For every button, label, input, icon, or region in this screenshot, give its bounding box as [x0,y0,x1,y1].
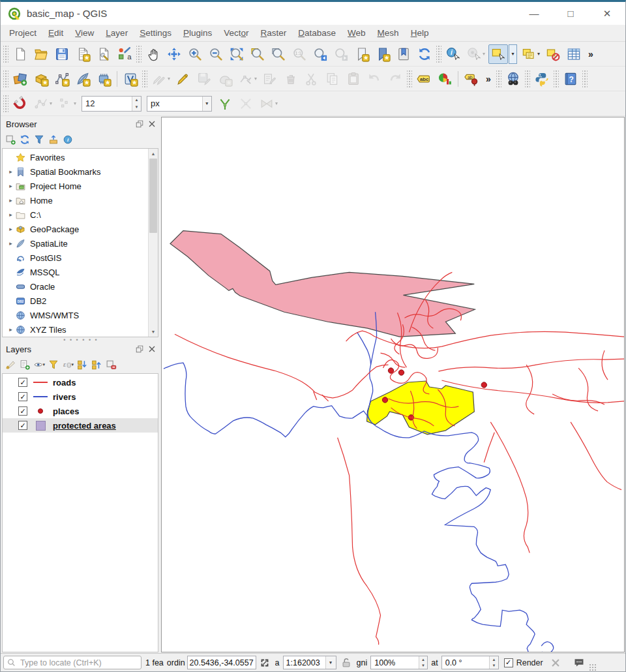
zoom-in-button[interactable] [185,44,205,64]
new-spatial-bookmark-button[interactable] [352,44,372,64]
zoom-out-button[interactable] [206,44,226,64]
magnifier-spinbox[interactable]: ▲▼ [370,656,428,669]
toolbar-drag-handle[interactable] [142,70,147,87]
map-canvas[interactable] [161,117,625,652]
toolbar-drag-handle[interactable] [3,46,8,63]
coordinate-input[interactable] [187,656,256,669]
snapping-tolerance-input[interactable] [82,97,132,111]
toolbar-overflow-button[interactable]: » [584,49,597,59]
menu-edit[interactable]: Edit [42,26,69,40]
expander-icon[interactable]: ▸ [7,211,15,218]
menu-layer[interactable]: Layer [100,26,134,40]
browser-item-home[interactable]: ▸Home [3,193,148,207]
menu-raster[interactable]: Raster [255,26,293,40]
show-bookmark-manager-button[interactable] [394,44,413,64]
layers-float-button[interactable] [134,344,145,354]
snapping-units-combo[interactable]: px▾ [147,96,212,112]
style-manager-button[interactable]: a [115,44,134,64]
browser-item-postgis[interactable]: PostGIS [3,251,148,265]
toolbar-drag-handle[interactable] [496,70,501,87]
new-geopackage-layer-button[interactable] [31,69,51,89]
browser-item-spatial-bookmarks[interactable]: ▸Spatial Bookmarks [3,164,148,179]
select-features-dropdown-button[interactable]: ▾ [509,44,517,64]
toolbar-drag-handle[interactable] [436,46,441,63]
toolbar-drag-handle[interactable] [136,46,142,63]
deselect-features-button[interactable] [543,44,563,64]
browser-scrollbar[interactable]: ▲ ▼ [148,149,158,337]
zoom-to-selection-button[interactable] [248,44,267,64]
browser-item-project-home[interactable]: ▸Project Home [3,179,148,193]
menu-project[interactable]: Project [3,26,42,40]
expander-icon[interactable]: ▸ [7,197,15,204]
filter-legend-expression-button[interactable]: ε▾ [61,358,75,372]
layer-item-protected-areas[interactable]: ✓protected areas [3,418,158,433]
menu-mesh[interactable]: Mesh [372,26,405,40]
pin-labels-button[interactable]: ab [462,69,481,89]
collapse-all-layers-button[interactable] [89,358,104,372]
messages-icon[interactable] [573,657,585,669]
select-features-by-value-button[interactable]: ▾ [519,44,542,64]
menu-vector[interactable]: Vector [218,26,254,40]
scale-input[interactable] [284,656,325,669]
layer-visibility-checkbox[interactable]: ✓ [18,378,27,387]
locator-bar[interactable] [3,656,142,669]
browser-item-db2[interactable]: DB2DB2 [3,294,148,308]
render-checkbox[interactable]: ✓ [504,658,513,667]
menu-web[interactable]: Web [342,26,372,40]
toolbar-drag-handle[interactable] [582,70,588,87]
scroll-up-icon[interactable]: ▲ [149,149,158,159]
expand-all-button[interactable] [75,358,89,372]
scale-dropdown-icon[interactable]: ▾ [325,656,336,669]
window-minimize-button[interactable]: — [516,2,552,25]
select-features-button[interactable] [488,44,508,64]
window-maximize-button[interactable]: □ [552,2,589,25]
extents-toggle-icon[interactable] [259,657,271,669]
layer-diagram-button[interactable] [435,69,455,89]
browser-item-geopackage[interactable]: ▸GeoPackage [3,222,148,236]
zoom-to-layer-button[interactable] [269,44,288,64]
enable-snapping-button[interactable] [10,94,30,114]
topological-editing-button[interactable] [215,94,235,114]
new-virtual-layer-button[interactable] [121,69,140,89]
magnifier-up-icon[interactable]: ▲ [419,656,427,663]
rotation-down-icon[interactable]: ▼ [490,663,498,669]
browser-item-oracle[interactable]: Oracle [3,279,148,294]
show-spatial-bookmarks-button[interactable] [373,44,393,64]
toolbar-drag-handle[interactable] [3,95,8,112]
scroll-down-icon[interactable]: ▼ [149,327,158,337]
lock-scale-icon[interactable] [340,657,352,669]
rotation-up-icon[interactable]: ▲ [490,656,498,663]
new-project-button[interactable] [10,44,30,64]
expander-icon[interactable]: ▸ [7,226,15,232]
spin-down-icon[interactable]: ▼ [132,104,141,111]
open-layer-styling-button[interactable] [3,358,18,372]
expander-icon[interactable]: ▸ [7,240,15,247]
toolbar-overflow-button[interactable]: » [482,74,495,84]
scroll-thumb[interactable] [149,159,157,233]
remove-layer-group-button[interactable] [104,358,118,372]
properties-widget-button[interactable]: i [61,132,75,147]
manage-map-themes-button[interactable]: ▾ [32,358,46,372]
identify-features-button[interactable]: i [443,44,463,64]
refresh-map-button[interactable] [415,44,434,64]
new-temporary-scratch-layer-button[interactable] [94,69,113,89]
magnifier-down-icon[interactable]: ▼ [419,663,427,669]
open-project-button[interactable] [31,44,51,64]
browser-item-spatialite[interactable]: ▸SpatiaLite [3,236,148,251]
layout-manager-button[interactable] [94,44,113,64]
menu-plugins[interactable]: Plugins [177,26,218,40]
menu-view[interactable]: View [69,26,100,40]
menu-settings[interactable]: Settings [134,26,177,40]
zoom-last-button[interactable] [310,44,330,64]
browser-close-button[interactable] [147,119,157,129]
browser-float-button[interactable] [134,119,145,129]
browser-item-mssql[interactable]: MSSQL [3,265,148,279]
spin-up-icon[interactable]: ▲ [132,97,141,104]
rotation-spinbox[interactable]: ▲▼ [441,656,499,669]
snapping-tolerance-spinbox[interactable]: ▲▼ [82,96,142,112]
window-close-button[interactable]: ✕ [589,2,625,25]
layer-item-rivers[interactable]: ✓rivers [3,389,158,404]
locator-input[interactable] [19,658,138,668]
toolbar-drag-handle[interactable] [525,70,530,87]
toolbar-drag-handle[interactable] [407,70,412,87]
